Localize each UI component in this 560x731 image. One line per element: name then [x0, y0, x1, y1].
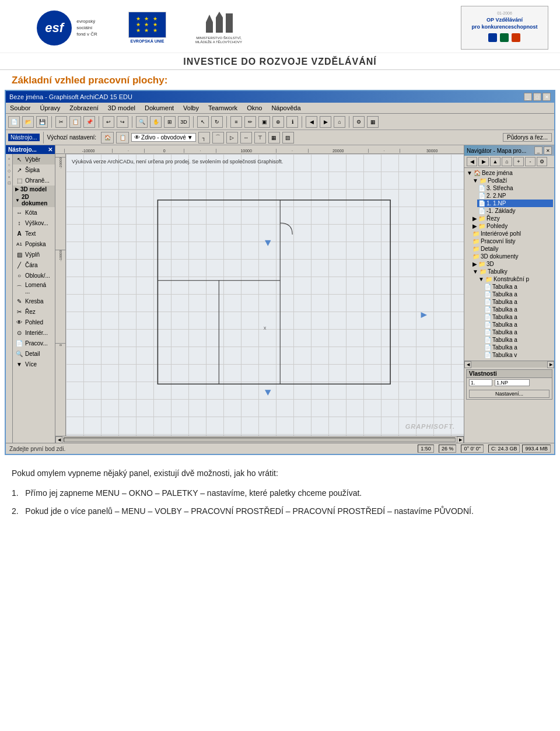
tb-paste[interactable]: 📌 — [83, 116, 95, 128]
tb-rotate[interactable]: ↻ — [211, 116, 223, 128]
nav-item-3d-dok[interactable]: 📁 3D dokumenty — [471, 253, 553, 260]
tb-undo[interactable]: ↩ — [103, 116, 114, 128]
tb-copy[interactable]: 📋 — [69, 116, 81, 128]
maximize-button[interactable]: □ — [533, 93, 541, 101]
nav-item-detaily[interactable]: 📁 Detaily — [471, 245, 553, 253]
nav-item-tab7[interactable]: 📄 Tabulka a — [483, 328, 553, 336]
nav-close[interactable]: ✕ — [544, 146, 552, 155]
tb-penset[interactable]: ✏ — [244, 116, 256, 128]
tb-redo[interactable]: ↪ — [117, 116, 128, 128]
menu-teamwork[interactable]: Teamwork — [206, 104, 239, 112]
nav-item-3d[interactable]: ▶ 📁 3D — [471, 260, 553, 268]
tool-kresba[interactable]: ✎ Kresba — [13, 296, 55, 306]
nav-item-interier-pohl[interactable]: 📁 Interiérové pohl — [471, 230, 553, 237]
tb-home[interactable]: ⌂ — [334, 116, 345, 128]
tb-new[interactable]: 📄 — [8, 116, 20, 128]
nav-btn-props[interactable]: ⚙ — [537, 157, 547, 166]
tb2-icon2[interactable]: 📋 — [116, 132, 129, 144]
tb-next[interactable]: ▶ — [320, 116, 331, 128]
tb-save[interactable]: 💾 — [36, 116, 48, 128]
nav-btn-back[interactable]: ◀ — [467, 157, 477, 166]
nav-scroll-left[interactable]: ◀ — [464, 361, 471, 368]
nav-item-prac-listy[interactable]: 📁 Pracovní listy — [471, 237, 553, 245]
menu-soubor[interactable]: Soubor — [8, 104, 32, 112]
scroll-left[interactable]: ◀ — [55, 436, 62, 443]
section-3dmodel[interactable]: ▶ 3D model — [13, 186, 55, 193]
nav-item-tabulky[interactable]: ▼ 📁 Tabulky — [471, 268, 553, 275]
tb-info[interactable]: ℹ — [286, 116, 298, 128]
tool-vypln[interactable]: ▨ Výplň — [13, 249, 55, 260]
section-2ddoc[interactable]: ▼ 2D dokumen — [13, 193, 55, 207]
nav-item-tab9[interactable]: 📄 Tabulka a — [483, 344, 553, 351]
tb-layer[interactable]: ≡ — [230, 116, 242, 128]
nav-item-zaklady[interactable]: 📄 -1. Základy — [477, 207, 553, 215]
nav-item-1np[interactable]: 📄 1. 1.NP — [477, 200, 553, 207]
tool-popiska[interactable]: A1 Popiska — [13, 239, 55, 249]
tb-zoom[interactable]: 🔍 — [136, 116, 148, 128]
tool-ohran[interactable]: ⬚ Ohraně... — [13, 175, 55, 186]
tb-cut[interactable]: ✂ — [55, 116, 67, 128]
tool-kota[interactable]: ↔ Kóta — [13, 207, 55, 218]
tb2-pen1[interactable]: ┐ — [198, 132, 210, 144]
menu-upravy[interactable]: Úpravy — [38, 104, 62, 112]
settings-btn[interactable]: Nastavení... — [469, 390, 550, 398]
nav-item-tab5[interactable]: 📄 Tabulka a — [483, 313, 553, 321]
tb2-dim[interactable]: ↔ — [240, 132, 252, 144]
nav-item-tab4[interactable]: 📄 Tabulka a — [483, 306, 553, 313]
tool-vyskov[interactable]: ↕ Výškov... — [13, 218, 55, 228]
nav-item-2np[interactable]: 📄 2. 2.NP — [477, 192, 553, 200]
nav-item-bezejmena[interactable]: ▼ 🏠 Beze jména — [466, 169, 553, 177]
toolbar2-label[interactable]: Nástrojo... — [8, 134, 40, 141]
window-controls[interactable]: _ □ ✕ — [524, 93, 551, 101]
tb2-icon1[interactable]: 🏠 — [101, 132, 114, 144]
nav-scroll-track[interactable] — [471, 361, 547, 368]
tb-select[interactable]: ↖ — [197, 116, 209, 128]
tools-close[interactable]: ✕ — [48, 146, 52, 153]
nav-minimize[interactable]: _ — [534, 146, 542, 155]
scroll-track-h[interactable] — [64, 438, 456, 442]
menu-zobrazeni[interactable]: Zobrazení — [68, 104, 100, 112]
scroll-right[interactable]: ▶ — [457, 436, 464, 443]
nav-item-tab10[interactable]: 📄 Tabulka v — [483, 351, 553, 359]
tool-sipka[interactable]: ↗ Šipka — [13, 165, 55, 175]
tb2-fill2[interactable]: ▨ — [282, 132, 294, 144]
tb-fit[interactable]: ⊞ — [164, 116, 176, 128]
tool-rez[interactable]: ✂ Řez — [13, 306, 55, 317]
nav-item-tab3[interactable]: 📄 Tabulka a — [483, 298, 553, 306]
tb-open[interactable]: 📂 — [22, 116, 34, 128]
menu-okno[interactable]: Okno — [245, 104, 264, 112]
tb2-dim2[interactable]: ⊤ — [254, 132, 266, 144]
tool-text[interactable]: A Text — [13, 228, 55, 239]
nav-item-tab6[interactable]: 📄 Tabulka a — [483, 321, 553, 328]
nav-item-tab2[interactable]: 📄 Tabulka a — [483, 291, 553, 298]
tool-vybr[interactable]: ↖ Výběr — [13, 154, 55, 165]
menu-3dmodel[interactable]: 3D model — [106, 104, 137, 112]
canvas-area[interactable]: Výuková verze ArchiCADu, není určena pro… — [66, 154, 464, 436]
tb-more2[interactable]: ⊕ — [272, 116, 284, 128]
tb-pan[interactable]: ✋ — [150, 116, 162, 128]
nav-item-podlazi[interactable]: ▼ 📁 Podlaží — [471, 177, 553, 184]
tb-more1[interactable]: ▣ — [258, 116, 270, 128]
minimize-button[interactable]: _ — [524, 93, 532, 101]
wall-selector[interactable]: 👁 Zdivo - obvodové ▼ — [131, 133, 196, 142]
tb2-extra1[interactable]: ▷ — [226, 132, 238, 144]
tool-interier[interactable]: ⊙ Interiér... — [13, 327, 55, 338]
nav-item-strecha[interactable]: 📄 3. Střecha — [477, 184, 553, 192]
nav-header-btns[interactable]: _ ✕ — [534, 146, 552, 155]
close-button[interactable]: ✕ — [542, 93, 551, 101]
nav-item-tab8[interactable]: 📄 Tabulka a — [483, 336, 553, 344]
tb-props[interactable]: ⚙ — [353, 116, 365, 128]
nav-scroll-right[interactable]: ▶ — [547, 361, 554, 368]
nav-btn-up[interactable]: ▲ — [490, 157, 501, 166]
nav-item-tab1[interactable]: 📄 Tabulka a — [483, 283, 553, 291]
menu-dokument[interactable]: Dokument — [143, 104, 176, 112]
tb2-fill[interactable]: ▦ — [268, 132, 280, 144]
tool-detail[interactable]: 🔍 Detail — [13, 348, 55, 359]
tool-pracov[interactable]: 📄 Pracov... — [13, 338, 55, 348]
nav-btn-new[interactable]: + — [513, 157, 524, 166]
menu-napoveda[interactable]: Nápověda — [270, 104, 302, 112]
nav-item-pohledy[interactable]: ▶ 📁 Pohledy — [471, 222, 553, 230]
nav-btn-del[interactable]: - — [525, 157, 536, 166]
tb-prev[interactable]: ◀ — [306, 116, 317, 128]
tool-pohled[interactable]: 👁 Pohled — [13, 317, 55, 327]
